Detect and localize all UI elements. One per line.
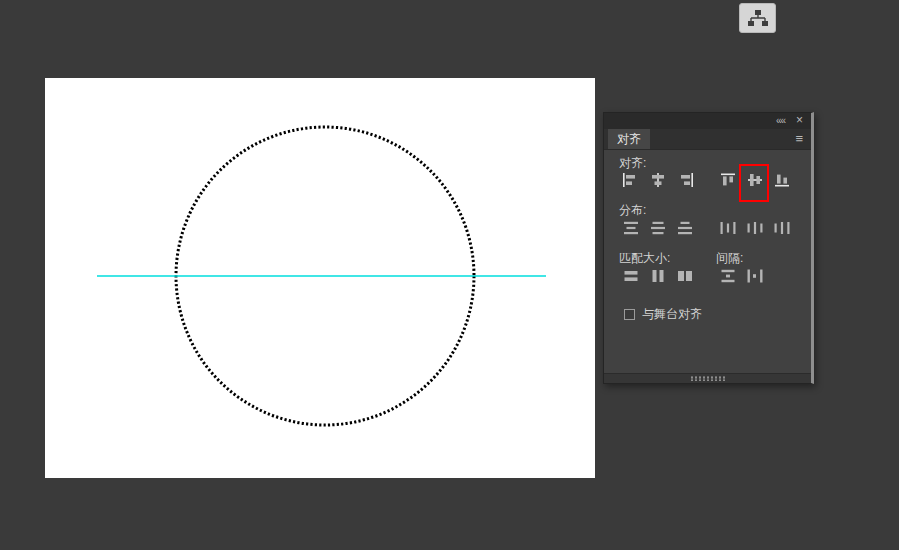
distribute-horizontal-center-button[interactable]: [743, 216, 767, 240]
match-width-and-height-button[interactable]: [673, 264, 697, 288]
panel-resize-grip[interactable]: [690, 376, 726, 381]
align-to-stage-label: 与舞台对齐: [642, 306, 702, 323]
align-right-button[interactable]: [673, 168, 697, 192]
distribute-left-button[interactable]: [716, 216, 740, 240]
align-right-icon: [676, 173, 694, 187]
align-horizontal-center-button[interactable]: [646, 168, 670, 192]
align-left-icon: [622, 173, 640, 187]
align-top-icon: [719, 173, 737, 187]
distribute-left-icon: [719, 221, 737, 235]
space-evenly-vertical-button[interactable]: [716, 264, 740, 288]
distribute-buttons-group-2: [716, 216, 794, 240]
stage-drawing: [45, 78, 595, 478]
distribute-right-button[interactable]: [770, 216, 794, 240]
align-top-button[interactable]: [716, 168, 740, 192]
space-buttons: [716, 264, 767, 288]
space-evenly-vertical-icon: [719, 269, 737, 283]
align-left-button[interactable]: [619, 168, 643, 192]
distribute-right-icon: [773, 221, 791, 235]
match-height-button[interactable]: [646, 264, 670, 288]
distribute-bottom-icon: [676, 221, 694, 235]
close-icon[interactable]: ×: [796, 113, 803, 127]
distribute-vertical-center-button[interactable]: [646, 216, 670, 240]
align-bottom-icon: [773, 173, 791, 187]
panel-bottom-bar: [604, 373, 811, 383]
panel-content: 对齐:: [604, 150, 811, 374]
distribute-bottom-button[interactable]: [673, 216, 697, 240]
distribute-top-icon: [622, 221, 640, 235]
distribute-buttons-group-1: [619, 216, 697, 240]
match-width-icon: [622, 269, 640, 283]
align-vertical-center-icon: [746, 173, 764, 187]
match-size-buttons: [619, 264, 697, 288]
align-panel-dock-icon: [747, 8, 769, 28]
match-width-button[interactable]: [619, 264, 643, 288]
distribute-vertical-center-icon: [649, 221, 667, 235]
collapse-to-icons-icon[interactable]: ««: [776, 114, 785, 128]
match-height-icon: [649, 269, 667, 283]
distribute-horizontal-center-icon: [746, 221, 764, 235]
align-to-stage-checkbox[interactable]: [624, 309, 635, 320]
match-width-and-height-icon: [676, 269, 694, 283]
tab-align[interactable]: 对齐: [608, 129, 650, 149]
align-to-stage-row: 与舞台对齐: [624, 306, 702, 323]
align-buttons-group-1: [619, 168, 697, 192]
space-evenly-horizontal-button[interactable]: [743, 264, 767, 288]
stage-canvas[interactable]: [45, 78, 595, 478]
distribute-top-button[interactable]: [619, 216, 643, 240]
panel-tab-bar: 对齐 ≡: [604, 129, 811, 150]
align-buttons-group-2: [716, 168, 794, 192]
align-panel: «« × 对齐 ≡ 对齐:: [603, 112, 814, 384]
space-evenly-horizontal-icon: [746, 269, 764, 283]
align-vertical-center-button[interactable]: [743, 168, 767, 192]
align-bottom-button[interactable]: [770, 168, 794, 192]
panel-dock-button[interactable]: [739, 3, 776, 33]
panel-menu-icon[interactable]: ≡: [795, 131, 803, 147]
panel-titlebar: «« ×: [604, 113, 811, 129]
align-horizontal-center-icon: [649, 173, 667, 187]
